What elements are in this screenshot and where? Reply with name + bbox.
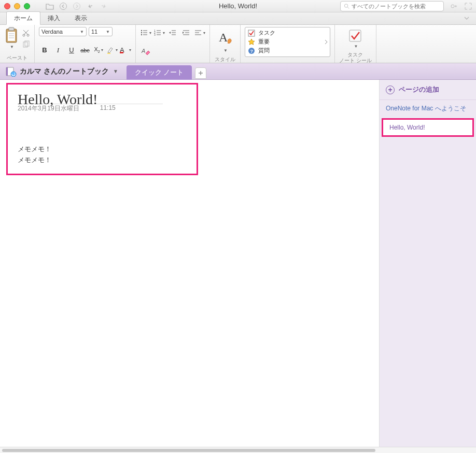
svg-text:A: A [219, 31, 228, 44]
page-list-item-welcome[interactable]: OneNote for Mac へようこそ [380, 100, 476, 117]
undo-icon[interactable] [86, 3, 94, 10]
quick-toolbar [46, 2, 108, 10]
search-box[interactable] [340, 1, 444, 11]
section-tab-quicknote[interactable]: クイック ノート [127, 65, 192, 80]
ribbon-group-styles: A ▼ スタイル [210, 25, 241, 63]
ribbon-group-clipboard: ▼ ペースト [0, 25, 35, 63]
forward-icon[interactable] [73, 2, 81, 10]
search-icon [344, 3, 349, 9]
svg-rect-44 [349, 30, 361, 41]
svg-point-0 [60, 3, 67, 9]
add-page-button[interactable]: + ページの追加 [380, 80, 476, 100]
question-icon: ? [248, 47, 255, 54]
numbered-list-button[interactable]: 123▾ [153, 27, 165, 38]
styles-label: スタイル [214, 56, 236, 63]
back-icon[interactable] [59, 2, 67, 10]
collapse-ribbon-icon[interactable] [464, 16, 470, 21]
share-icon[interactable] [450, 3, 458, 10]
ribbon: ▼ ペースト Verdana▼ 11▼ B I U abc X2▾ ▾ A▾ ▾ [0, 25, 476, 63]
cut-icon[interactable] [22, 29, 30, 37]
add-section-button[interactable] [195, 67, 206, 79]
page-date[interactable]: 2014年3月19日水曜日 [18, 104, 79, 113]
minimize-window-button[interactable] [14, 3, 20, 9]
tag-question[interactable]: ?質問 [248, 47, 327, 54]
bullet-list-button[interactable]: ▾ [140, 27, 151, 38]
page-list-item-current[interactable]: Hello, World! [382, 118, 474, 137]
zoom-window-button[interactable] [24, 3, 30, 9]
close-window-button[interactable] [4, 3, 10, 9]
star-icon [248, 38, 255, 46]
body-line-1[interactable]: メモメモ！ [18, 144, 361, 155]
clear-formatting-button[interactable]: A [140, 46, 151, 57]
plus-circle-icon: + [386, 86, 395, 94]
redo-icon[interactable] [100, 3, 108, 10]
font-color-button[interactable]: A▾ [120, 45, 131, 56]
svg-point-4 [451, 5, 454, 8]
highlighter-icon [106, 46, 115, 54]
scrollbar-thumb[interactable] [2, 449, 375, 452]
tag-task[interactable]: タスク [248, 29, 327, 37]
align-icon [194, 29, 202, 36]
search-input[interactable] [352, 3, 440, 9]
tasknote-label: タスクノート シール [339, 52, 372, 63]
tasknote-button[interactable]: ▼ [339, 27, 372, 51]
fullscreen-icon[interactable] [465, 3, 472, 10]
font-size-value: 11 [91, 29, 97, 35]
svg-point-12 [27, 34, 29, 36]
svg-point-18 [141, 30, 142, 31]
align-button[interactable]: ▾ [194, 27, 205, 38]
tag-task-label: タスク [258, 29, 275, 37]
svg-line-3 [347, 7, 349, 8]
notebook-bar: カルマ さんのノートブック ▼ クイック ノート [0, 63, 476, 80]
indent-button[interactable] [180, 27, 192, 38]
page-canvas[interactable]: Hello, World! 2014年3月19日水曜日 11:15 メモメモ！ … [0, 80, 380, 447]
tab-home[interactable]: ホーム [6, 11, 40, 25]
ribbon-tabs: ホーム 挿入 表示 [0, 12, 476, 25]
page-list-panel: + ページの追加 OneNote for Mac へようこそ Hello, Wo… [380, 80, 476, 447]
folder-open-icon[interactable] [46, 3, 54, 10]
horizontal-scrollbar[interactable] [0, 447, 476, 453]
paste-label: ペースト [4, 54, 30, 62]
italic-button[interactable]: I [52, 45, 64, 56]
tags-panel[interactable]: タスク 重要 ?質問 [245, 27, 330, 57]
notebook-icon [5, 66, 17, 77]
plus-icon [198, 70, 203, 76]
ribbon-group-paragraph: ▾ 123▾ ▾ A [136, 25, 210, 63]
eraser-icon: A [141, 47, 150, 55]
svg-text:A: A [141, 48, 145, 54]
more-tags-icon[interactable] [324, 39, 328, 45]
font-size-select[interactable]: 11▼ [89, 27, 113, 36]
bold-button[interactable]: B [39, 45, 50, 56]
page-time[interactable]: 11:15 [100, 104, 116, 113]
outdent-button[interactable] [167, 27, 178, 38]
highlight-button[interactable]: ▾ [106, 45, 118, 56]
svg-rect-17 [107, 53, 110, 54]
tag-important[interactable]: 重要 [248, 38, 327, 46]
bullets-icon [140, 29, 148, 36]
paste-button[interactable]: ▼ [4, 27, 19, 49]
styles-button[interactable]: A ▼ [214, 27, 236, 55]
svg-text:?: ? [250, 48, 254, 53]
page-meta: 2014年3月19日水曜日 11:15 [0, 104, 379, 116]
clipboard-icon [4, 27, 19, 45]
copy-icon[interactable] [22, 40, 30, 49]
strikethrough-button[interactable]: abc [79, 45, 91, 56]
body-line-2[interactable]: メモメモ！ [18, 155, 361, 166]
font-name-select[interactable]: Verdana▼ [39, 27, 87, 36]
tab-insert[interactable]: 挿入 [40, 12, 67, 24]
ribbon-group-tasknote: ▼ タスクノート シール [334, 25, 376, 63]
svg-point-1 [74, 3, 80, 9]
notebook-name: カルマ さんのノートブック [20, 67, 109, 76]
notebook-selector[interactable]: カルマ さんのノートブック ▼ [0, 66, 123, 77]
tab-view[interactable]: 表示 [67, 12, 94, 24]
subscript-button[interactable]: X2▾ [93, 45, 104, 56]
tag-important-label: 重要 [258, 38, 270, 46]
underline-button[interactable]: U [66, 45, 77, 56]
svg-line-14 [23, 30, 27, 34]
task-check-icon [348, 29, 362, 43]
font-name-value: Verdana [41, 29, 63, 35]
tag-question-label: 質問 [258, 47, 270, 54]
svg-point-20 [141, 32, 142, 33]
svg-rect-41 [248, 30, 255, 36]
page-body[interactable]: メモメモ！ メモメモ！ [0, 116, 379, 194]
